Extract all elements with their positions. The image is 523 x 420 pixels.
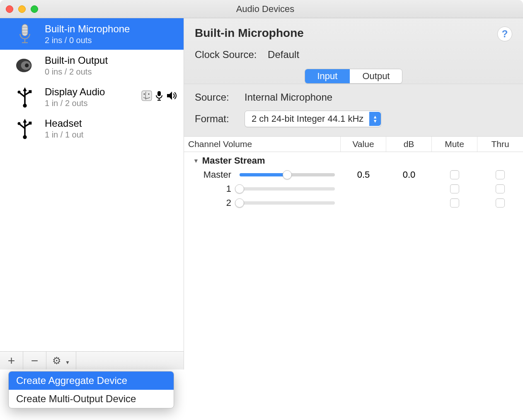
device-sidebar: Built-in Microphone 2 ins / 0 outs Built… [0, 18, 184, 369]
svg-point-8 [25, 63, 29, 67]
clock-source-value: Default [268, 49, 299, 60]
mute-checkbox[interactable] [450, 184, 459, 193]
svg-point-16 [148, 94, 150, 95]
microphone-icon [12, 22, 37, 46]
channel-label: 1 [184, 183, 238, 194]
svg-point-15 [144, 94, 145, 95]
default-output-icon [166, 90, 178, 104]
mute-checkbox[interactable] [450, 198, 459, 208]
menu-item-create-aggregate[interactable]: Create Aggregate Device [9, 372, 174, 390]
col-db: dB [386, 137, 432, 152]
detail-panel: Built-in Microphone ? Clock Source: Defa… [184, 18, 523, 369]
gear-icon: ⚙︎ [52, 355, 61, 366]
window-title: Audio Devices [13, 4, 517, 14]
thru-checkbox[interactable] [496, 198, 505, 208]
stream-label: Master Stream [202, 155, 265, 166]
device-name: Headset [45, 118, 83, 129]
thru-checkbox[interactable] [496, 184, 505, 193]
volume-table-header: Channel Volume Value dB Mute Thru [184, 137, 523, 152]
add-device-menu: Create Aggregate Device Create Multi-Out… [8, 371, 174, 408]
svg-rect-13 [29, 90, 31, 93]
stream-header[interactable]: ▼ Master Stream [184, 152, 523, 168]
finder-default-icon [141, 90, 152, 104]
svg-point-12 [18, 91, 21, 94]
col-mute: Mute [432, 137, 477, 152]
source-label: Source: [195, 92, 245, 103]
svg-rect-14 [142, 91, 152, 101]
add-device-button[interactable]: + [0, 352, 23, 369]
volume-row-2: 2 [184, 196, 523, 210]
device-actions-button[interactable]: ⚙︎ ▼ [46, 352, 76, 369]
tab-output[interactable]: Output [350, 69, 402, 83]
sidebar-toolbar: + − ⚙︎ ▼ [0, 351, 184, 369]
channel-label: 2 [184, 198, 238, 208]
volume-slider-master[interactable] [240, 171, 335, 179]
device-name: Built-in Output [45, 55, 108, 66]
device-detail: 0 ins / 2 outs [45, 67, 108, 77]
svg-rect-25 [29, 122, 31, 125]
device-item-builtin-output[interactable]: Built-in Output 0 ins / 2 outs [0, 50, 184, 81]
mute-checkbox[interactable] [450, 170, 459, 179]
svg-point-23 [23, 135, 27, 139]
svg-point-11 [23, 104, 27, 107]
device-item-headset[interactable]: Headset 1 in / 1 out [0, 113, 184, 144]
svg-rect-17 [157, 91, 161, 96]
volume-table-body: ▼ Master Stream Master 0.5 0.0 1 [184, 152, 523, 369]
value-cell: 0.5 [341, 169, 386, 180]
format-select[interactable]: 2 ch 24-bit Integer 44.1 kHz ▲▼ [245, 111, 381, 127]
db-cell: 0.0 [386, 169, 432, 180]
volume-row-master: Master 0.5 0.0 [184, 168, 523, 182]
usb-icon [12, 116, 37, 141]
help-button[interactable]: ? [497, 27, 512, 41]
svg-point-24 [18, 122, 21, 125]
chevron-down-icon: ▼ [65, 360, 70, 365]
io-tabs: Input Output [305, 69, 403, 84]
selected-device-title: Built-in Microphone [195, 27, 304, 40]
menu-item-create-multi-output[interactable]: Create Multi-Output Device [9, 390, 174, 408]
device-detail: 2 ins / 0 outs [45, 36, 130, 45]
svg-marker-22 [23, 119, 27, 123]
col-channel: Channel Volume [184, 137, 341, 152]
col-value: Value [341, 137, 386, 152]
device-detail: 1 in / 2 outs [45, 99, 105, 108]
volume-slider-1[interactable] [240, 185, 335, 193]
device-detail: 1 in / 1 out [45, 130, 83, 140]
source-value: Internal Microphone [245, 92, 332, 103]
stepper-arrows-icon: ▲▼ [369, 112, 381, 126]
default-input-icon [155, 90, 164, 104]
device-item-builtin-microphone[interactable]: Built-in Microphone 2 ins / 0 outs [0, 18, 184, 50]
svg-marker-20 [167, 92, 172, 100]
tab-input[interactable]: Input [305, 69, 350, 83]
format-value: 2 ch 24-bit Integer 44.1 kHz [252, 113, 363, 124]
device-name: Display Audio [45, 86, 105, 98]
device-item-display-audio[interactable]: Display Audio 1 in / 2 outs [0, 81, 184, 113]
usb-icon [12, 84, 37, 109]
channel-label: Master [184, 169, 238, 180]
close-window-button[interactable] [6, 5, 13, 13]
format-label: Format: [195, 113, 245, 125]
speaker-icon [12, 53, 37, 78]
col-thru: Thru [477, 137, 523, 152]
clock-source-label: Clock Source: [195, 49, 257, 60]
svg-marker-10 [23, 87, 27, 91]
volume-slider-2[interactable] [240, 199, 335, 207]
device-name: Built-in Microphone [45, 23, 130, 35]
thru-checkbox[interactable] [496, 170, 505, 179]
titlebar: Audio Devices [0, 0, 523, 18]
remove-device-button[interactable]: − [23, 352, 46, 369]
disclosure-triangle-icon: ▼ [193, 157, 199, 164]
device-list: Built-in Microphone 2 ins / 0 outs Built… [0, 18, 184, 351]
volume-row-1: 1 [184, 182, 523, 196]
